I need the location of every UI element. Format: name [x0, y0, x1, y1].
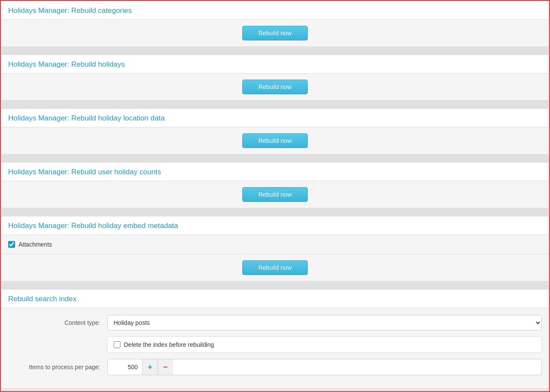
section-body-location: Rebuild now: [1, 127, 549, 154]
section-header-search: Rebuild search index: [1, 290, 549, 308]
section-header-embed: Holidays Manager: Rebuild holiday embed …: [1, 216, 549, 235]
gap-4: [1, 208, 549, 216]
items-per-page-control: + −: [107, 359, 542, 375]
section-rebuild-location: Holidays Manager: Rebuild holiday locati…: [1, 108, 549, 154]
section-rebuild-search: Rebuild search index Content type: Holid…: [1, 289, 549, 389]
gap-2: [1, 101, 549, 108]
rebuild-location-button[interactable]: Rebuild now: [242, 133, 307, 148]
gap-1: [1, 47, 549, 55]
items-per-page-input[interactable]: [108, 361, 142, 373]
content-type-select[interactable]: Holiday posts Pages All content types: [107, 315, 542, 330]
attachments-label: Attachments: [19, 241, 52, 248]
rebuild-holidays-button[interactable]: Rebuild now: [242, 80, 307, 94]
section-rebuild-holidays: Holidays Manager: Rebuild holidays Rebui…: [1, 55, 549, 101]
page-wrapper: Holidays Manager: Rebuild categories Reb…: [0, 0, 550, 392]
section-rebuild-counts: Holidays Manager: Rebuild user holiday c…: [1, 162, 549, 208]
section-header-holidays: Holidays Manager: Rebuild holidays: [1, 55, 549, 73]
section-title-categories: Holidays Manager: Rebuild categories: [8, 6, 132, 15]
search-index-body: Content type: Holiday posts Pages All co…: [1, 308, 549, 388]
attachments-checkbox[interactable]: [8, 241, 15, 248]
delete-index-checkbox[interactable]: [114, 341, 121, 348]
delete-index-row: Delete the index before rebuilding: [107, 336, 542, 353]
items-decrement-button[interactable]: −: [158, 359, 173, 375]
gap-3: [1, 154, 549, 162]
content-type-control: Holiday posts Pages All content types: [107, 315, 542, 330]
section-body-counts: Rebuild now: [1, 181, 549, 208]
items-per-page-label: Items to process per page:: [8, 364, 107, 370]
section-header-categories: Holidays Manager: Rebuild categories: [1, 1, 549, 19]
section-title-location: Holidays Manager: Rebuild holiday locati…: [8, 114, 165, 122]
section-header-location: Holidays Manager: Rebuild holiday locati…: [1, 109, 549, 127]
content-type-label: Content type:: [8, 319, 107, 326]
section-title-holidays: Holidays Manager: Rebuild holidays: [8, 60, 125, 68]
items-increment-button[interactable]: +: [142, 359, 158, 375]
rebuild-counts-button[interactable]: Rebuild now: [242, 187, 307, 202]
section-header-counts: Holidays Manager: Rebuild user holiday c…: [1, 163, 549, 181]
section-rebuild-embed: Holidays Manager: Rebuild holiday embed …: [1, 216, 549, 281]
section-body-embed: Rebuild now: [1, 254, 549, 281]
gap-5: [1, 281, 549, 289]
section-title-embed: Holidays Manager: Rebuild holiday embed …: [8, 222, 178, 230]
section-rebuild-categories: Holidays Manager: Rebuild categories Reb…: [1, 1, 549, 47]
section-title-counts: Holidays Manager: Rebuild user holiday c…: [8, 168, 161, 176]
content-type-row: Content type: Holiday posts Pages All co…: [8, 315, 542, 330]
delete-index-control: Delete the index before rebuilding: [107, 336, 542, 353]
section-body-holidays: Rebuild now: [1, 74, 549, 100]
delete-index-form-row: Delete the index before rebuilding: [8, 336, 542, 353]
rebuild-categories-button[interactable]: Rebuild now: [242, 26, 307, 40]
items-per-page-row: Items to process per page: + −: [8, 359, 542, 375]
attachments-row: Attachments: [1, 235, 549, 254]
section-body-categories: Rebuild now: [1, 20, 549, 46]
items-stepper: + −: [107, 359, 542, 375]
delete-index-label: Delete the index before rebuilding: [124, 341, 214, 348]
rebuild-embed-button[interactable]: Rebuild now: [242, 260, 307, 275]
section-title-search: Rebuild search index: [8, 295, 77, 303]
